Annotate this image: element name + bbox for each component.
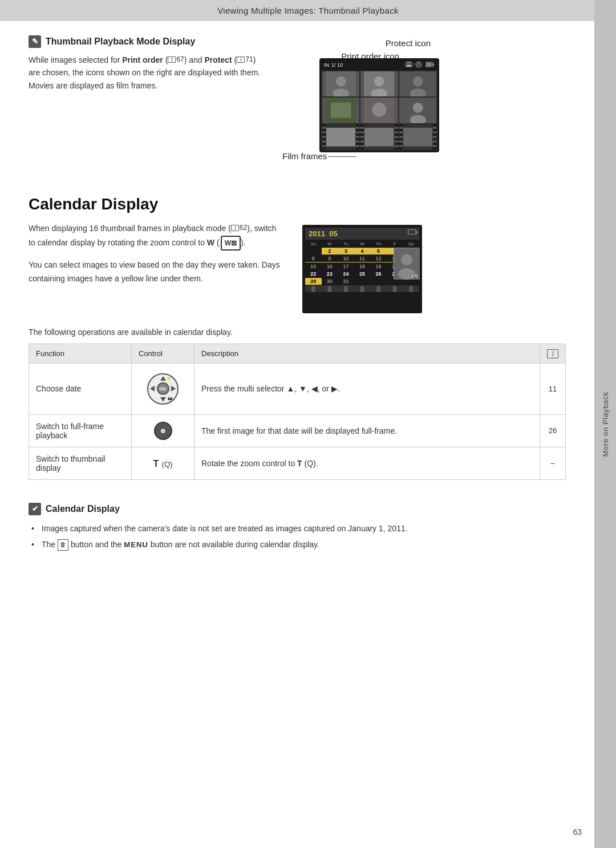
cal-cell-r6-2: ▓ (322, 285, 338, 292)
ok-label: OK (160, 386, 167, 391)
th-description: Description (194, 344, 540, 364)
td-description-choose-date: Press the multi selector ▲, ▼, ◀, or ▶. (194, 363, 540, 414)
cal-cell-17: 17 (338, 263, 354, 270)
td-function-choose-date: Choose date (29, 363, 132, 414)
thumb-film-3 (399, 124, 436, 150)
cal-month: 05 (329, 229, 337, 238)
cal-cell-2: 2 (322, 248, 338, 255)
section1-title-text: Thumbnail Playback Mode Display (46, 37, 195, 47)
cal-cell-18: 18 (354, 263, 371, 270)
cal-header: 2011 05 (305, 228, 419, 240)
function-label-2: Switch to full-frameplayback (36, 422, 104, 440)
td-ref-choose-date: 11 (540, 363, 566, 414)
table-section: The following operations are available i… (29, 328, 566, 480)
zoom-t-label: T (153, 459, 159, 469)
cal-cell-8: 8 (305, 255, 322, 263)
desc-fullframe: The first image for that date will be di… (201, 426, 397, 435)
ok-circle-label: ⊛ (160, 427, 165, 434)
td-description-thumbnail: Rotate the zoom control to T (Q). (194, 447, 540, 479)
ref-book-icon (547, 349, 558, 358)
cam-print-icon (405, 61, 413, 69)
section-calendar-body: When displaying 16 thumbnail frames in p… (29, 222, 566, 313)
svg-rect-4 (418, 63, 420, 64)
th-function: Function (29, 344, 132, 364)
cal-year: 2011 (309, 229, 325, 238)
svg-rect-25 (364, 128, 394, 147)
cal-cell-23: 23 (322, 270, 338, 277)
main-content: ✎ Thumbnail Playback Mode Display While … (29, 21, 587, 572)
cam-in-label: IN (324, 62, 329, 68)
thumb-5 (360, 98, 398, 123)
svg-point-28 (401, 254, 412, 265)
operations-table: Function Control Description (29, 344, 566, 480)
table-row-thumbnail: Switch to thumbnaildisplay T (Q) Rotate … (29, 447, 566, 479)
td-control-zoom-t: T (Q) (132, 447, 194, 479)
calendar-display-title: Calendar Display (29, 195, 566, 213)
thumb-1 (322, 71, 359, 96)
section-thumbnail: ✎ Thumbnail Playback Mode Display While … (29, 21, 566, 178)
thumb-4 (322, 98, 359, 123)
table-row-fullframe: Switch to full-frameplayback ⊛ The first… (29, 414, 566, 447)
cal-day-m: M (322, 241, 338, 247)
th-ref (540, 344, 566, 364)
svg-point-20 (372, 103, 387, 117)
desc-thumbnail: Rotate the zoom control to T (Q). (201, 459, 318, 468)
note-icon: ✎ (29, 35, 41, 48)
table-intro: The following operations are available i… (29, 328, 566, 337)
cal-cell-25: 25 (354, 270, 371, 277)
svg-rect-24 (326, 128, 355, 147)
svg-point-22 (412, 103, 423, 113)
calendar-screen: 2011 05 Su M Tu W Th F Sa (302, 225, 422, 313)
bottom-note-item-1: Images captured when the camera's date i… (31, 522, 566, 535)
cal-cell-12: 12 (370, 255, 387, 263)
td-control-ok: ⊛ (132, 414, 194, 447)
cam-status-bar: IN 1/ 10 (321, 60, 437, 70)
camera-screen: IN 1/ 10 (319, 58, 439, 152)
menu-bold-label: MENU (124, 540, 148, 549)
section1-title: ✎ Thumbnail Playback Mode Display (29, 35, 268, 48)
calendar-para1: When displaying 16 thumbnail frames in p… (29, 222, 285, 251)
ref-val-2: 26 (549, 426, 557, 435)
thumb-film-2 (360, 124, 398, 150)
bottom-note-icon: ✔ (29, 503, 41, 515)
cal-cell-1 (305, 248, 322, 255)
calendar-para2: You can select images to view based on t… (29, 259, 285, 286)
section-calendar-text: When displaying 16 thumbnail frames in p… (29, 222, 285, 313)
page-number: 63 (573, 827, 582, 837)
cam-thumb-grid (321, 70, 437, 151)
cal-day-th: Th (370, 241, 387, 247)
cal-battery (408, 229, 416, 235)
arrow-left-icon (150, 386, 155, 391)
cal-year-month: 2011 05 (309, 229, 338, 238)
arrow-down-icon (160, 397, 166, 402)
svg-point-9 (336, 76, 346, 87)
ok-circle-icon: ⊛ (154, 422, 172, 440)
section1-body: While images selected for Print order ( … (29, 54, 268, 92)
cal-day-w: W (354, 241, 371, 247)
cal-cell-r6-7: ▓ (403, 285, 419, 292)
bottom-note-item-2: The 🗑 button and the MENU button are not… (31, 538, 566, 551)
svg-rect-3 (417, 64, 420, 66)
cal-day-su: Su (305, 241, 322, 247)
bottom-note-title-text: Calendar Display (46, 504, 120, 514)
svg-rect-18 (331, 103, 351, 118)
thumb-3 (399, 71, 436, 96)
film-perf-left-3 (399, 124, 403, 150)
cal-grid-container: 2 3 4 5 6 7 8 9 10 11 12 13 (305, 248, 419, 292)
zoom-q-label: (Q) (160, 460, 172, 469)
cal-cell-4: 4 (354, 248, 371, 255)
td-function-thumbnail: Switch to thumbnaildisplay (29, 447, 132, 479)
arrow-right-icon (171, 386, 176, 391)
page-container: Viewing Multiple Images: Thumbnail Playb… (0, 0, 616, 848)
svg-rect-1 (407, 64, 411, 67)
function-label-1: Choose date (36, 384, 81, 393)
thumb-2 (360, 71, 398, 96)
flash-icon: ⚡ (166, 376, 172, 381)
bottom-note-section: ✔ Calendar Display Images captured when … (29, 503, 566, 572)
svg-rect-6 (433, 63, 434, 66)
film-frames-line (328, 156, 356, 157)
cal-cell-10: 10 (338, 255, 354, 263)
section-calendar-title-wrapper: Calendar Display (29, 195, 566, 213)
cal-day-f: F (387, 241, 403, 247)
cal-cell-19: 19 (370, 263, 387, 270)
